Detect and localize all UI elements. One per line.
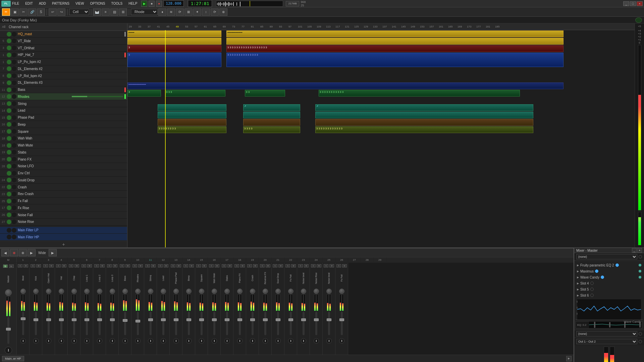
ch-solo-btn[interactable] [12, 87, 16, 92]
ch-pan-knob[interactable] [71, 338, 77, 344]
ch-fader[interactable] [35, 312, 37, 335]
ch-btn-m[interactable]: M [266, 264, 270, 267]
ch-fader[interactable] [226, 312, 228, 335]
mixer-output2-select[interactable]: Out 1 - Out 2 [576, 339, 637, 344]
ch-pan-knob[interactable] [122, 338, 128, 344]
ch-knob[interactable] [339, 289, 344, 294]
plugin-slot6[interactable]: ▶ Slot 6 [576, 292, 643, 298]
ch-pan-knob[interactable] [314, 338, 319, 344]
ch-fader-handle[interactable] [97, 318, 102, 321]
ch-mute-btn[interactable] [7, 171, 11, 176]
pattern-lead-1[interactable] [158, 104, 226, 111]
mixer-expand-btn[interactable]: ▶ [49, 249, 57, 256]
ch-knob[interactable] [135, 289, 141, 294]
ch-solo-btn[interactable] [12, 122, 16, 127]
ch-pan-knob[interactable] [288, 338, 293, 344]
ch-mute-btn[interactable] [7, 53, 11, 57]
ch-solo-btn[interactable] [12, 115, 16, 120]
pattern-beep-1[interactable] [158, 119, 226, 126]
track-bass[interactable]: ▪▪▪▪▪▪▪▪▪▪▪▪▪▪▪▪▪▪▪▪▪ [127, 82, 644, 89]
ch-fader-handle[interactable] [327, 318, 331, 321]
mixer-channel-8[interactable]: S M Loop 3 [106, 263, 119, 355]
channel-row-lp2[interactable]: 8 LP_Rol_bpm #2 [0, 72, 127, 79]
ch-pan-knob[interactable] [263, 338, 268, 344]
pattern-lppobpm-2[interactable]: 3 3 3 3 3 3 3 3 3 3 3 3 3 3 3 3 3 3 [226, 45, 564, 52]
song-settings-button[interactable] [635, 17, 642, 23]
ch-fader[interactable] [201, 312, 203, 335]
ch-mute-btn[interactable] [7, 136, 11, 141]
mixer-channel-21[interactable]: S M Soul Drop [272, 263, 284, 355]
channel-row-wahmute[interactable]: 18 Wah Mute [0, 142, 127, 149]
pattern-vtohihat-1[interactable] [127, 38, 221, 45]
ch-fader-handle[interactable] [276, 318, 280, 321]
mixer-none-select[interactable]: (none) [576, 254, 637, 259]
ch-knob[interactable] [224, 289, 230, 294]
ch-solo-btn[interactable] [12, 164, 16, 169]
ch-btn-s[interactable]: S [273, 264, 277, 267]
ch-btn-s[interactable]: S [324, 264, 328, 267]
ch-solo-btn[interactable] [12, 199, 16, 203]
channel-row-stabs[interactable]: 19 Stabs [0, 149, 127, 156]
channel-row-string[interactable]: 13 String [0, 100, 127, 107]
ch-fader-handle[interactable] [263, 318, 268, 321]
ch-fader[interactable] [341, 312, 343, 335]
ch-btn-s[interactable]: S [285, 264, 290, 267]
close-button[interactable]: × [637, 1, 643, 6]
mixer-channel-1[interactable]: S M Beat [17, 263, 30, 355]
ch-knob[interactable] [20, 289, 26, 294]
ch-knob[interactable] [199, 289, 204, 294]
ch-btn-s[interactable]: S [82, 264, 86, 267]
ch-btn-s[interactable]: S [298, 264, 303, 267]
ch-fader-handle[interactable] [225, 318, 229, 321]
pattern-lead-2[interactable]: ↗ [243, 104, 300, 111]
ch-fader-handle[interactable] [21, 317, 25, 320]
ch-knob[interactable] [237, 289, 243, 294]
ch-btn-m[interactable]: M [36, 264, 41, 267]
mixer-master-close[interactable]: × [637, 248, 642, 253]
pattern-rhodes-3[interactable]: 3 3 [245, 90, 285, 97]
channel-row-mainhp[interactable]: Main Filter HP [0, 234, 127, 241]
ch-pan-knob[interactable] [161, 338, 166, 344]
mixer-channel-15[interactable]: S M Square [195, 263, 208, 355]
channel-row-phasepad[interactable]: 15 Phase Pad [0, 114, 127, 121]
ch-fader-handle[interactable] [174, 318, 178, 321]
tool-r2[interactable]: ≋ [167, 8, 175, 16]
mixer-channel-18[interactable]: S M Piano FX [233, 263, 246, 355]
ch-solo-btn[interactable] [12, 53, 16, 57]
pattern-vtride-1[interactable]: ▪▪▪▪▪▪▪ [127, 31, 221, 37]
pattern-beep-2[interactable] [243, 119, 300, 126]
ch-fader[interactable] [48, 312, 50, 335]
mixer-channel-20[interactable]: S M Reverse FX [259, 263, 272, 355]
pattern-rhodes-1[interactable]: 3 [127, 90, 161, 97]
ch-fader-handle[interactable] [288, 318, 293, 321]
ch-mute-btn[interactable] [7, 80, 11, 85]
ch-btn-s[interactable]: S [247, 264, 252, 267]
preset-selector[interactable]: Cell [69, 9, 89, 15]
ch-btn-s[interactable]: S [222, 264, 226, 267]
ch-pan-knob[interactable] [224, 338, 230, 344]
ch-solo-btn[interactable] [12, 205, 16, 210]
ch-btn-s[interactable]: S [31, 264, 35, 267]
master-pan-knob[interactable] [5, 347, 12, 354]
channel-row-dl1[interactable]: 7 DL_Elements #2 [0, 65, 127, 72]
menu-tools[interactable]: TOOLS [110, 1, 124, 6]
ch-btn-m[interactable]: M [138, 264, 143, 267]
mixer-channel-13[interactable]: S M Phase Pad [170, 263, 182, 355]
mixer-channel-16[interactable]: S M Wah Wah [208, 263, 221, 355]
minimize-button[interactable]: _ [623, 1, 629, 6]
maximize-button[interactable]: □ [630, 1, 636, 6]
tool-piano[interactable]: 🎹 [93, 8, 101, 16]
ch-knob[interactable] [186, 289, 192, 294]
ch-fader-handle[interactable] [301, 318, 306, 321]
ch-fader[interactable] [86, 312, 88, 335]
mixer-channel-22[interactable]: S M Fx Fall [284, 263, 297, 355]
channel-row-fxrise[interactable]: 17 Fx Rise [0, 204, 127, 212]
mixer-next-btn[interactable]: ▶ [28, 249, 36, 256]
menu-add[interactable]: ADD [38, 1, 47, 6]
ch-knob[interactable] [97, 289, 102, 294]
record-button[interactable]: ● [156, 1, 162, 7]
ch-solo-btn[interactable] [12, 39, 16, 43]
output2-toggle[interactable] [639, 340, 642, 343]
play-button[interactable]: ▶ [141, 1, 147, 7]
ch-fader[interactable] [252, 312, 254, 335]
